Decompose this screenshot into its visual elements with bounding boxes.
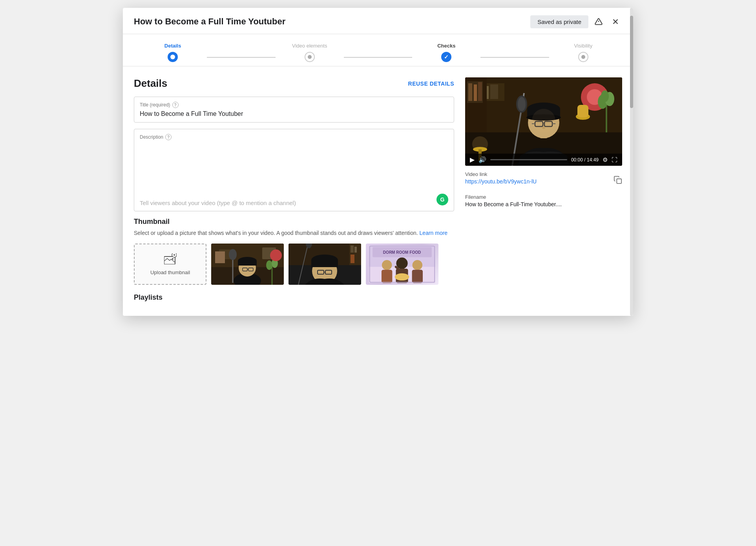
step-details[interactable]: Details — [139, 43, 207, 62]
svg-rect-32 — [311, 260, 338, 267]
connector-1 — [207, 57, 275, 58]
step-checks-circle: ✓ — [441, 52, 451, 62]
upload-thumbnail-icon — [164, 253, 177, 267]
upload-modal: How to Become a Full Time Youtuber Saved… — [123, 8, 633, 316]
title-field-label: Title (required) ? — [140, 102, 448, 108]
modal-title: How to Become a Full Time Youtuber — [134, 16, 285, 27]
filename-section: Filename How to Become a Full-Time Youtu… — [465, 194, 622, 207]
svg-rect-45 — [382, 270, 392, 283]
video-link[interactable]: https://youtu.be/bV9ywc1n-lU — [465, 178, 537, 185]
left-column: Details REUSE DETAILS Title (required) ?… — [134, 77, 454, 305]
description-help-icon[interactable]: ? — [165, 134, 172, 140]
svg-point-21 — [229, 249, 237, 260]
video-link-label: Video link — [465, 171, 537, 177]
video-preview: ▶ 🔊 00:00 / 14:49 ⚙ ⛶ — [465, 77, 622, 166]
upload-thumbnail-label: Upload thumbnail — [150, 269, 190, 275]
description-placeholder: Tell viewers about your video (type @ to… — [140, 200, 448, 206]
svg-rect-88 — [474, 84, 477, 101]
svg-point-51 — [395, 273, 409, 280]
svg-rect-41 — [351, 255, 354, 263]
title-help-icon[interactable]: ? — [172, 102, 179, 108]
time-display: 00:00 / 14:49 — [571, 157, 599, 163]
modal-body: Details REUSE DETAILS Title (required) ?… — [123, 66, 633, 316]
modal-header: How to Become a Full Time Youtuber Saved… — [123, 8, 633, 34]
svg-text:DORM ROOM FOOD: DORM ROOM FOOD — [383, 250, 421, 255]
step-video-elements-label: Video elements — [292, 43, 327, 49]
volume-button[interactable]: 🔊 — [478, 156, 486, 163]
thumbnail-grid: Upload thumbnail — [134, 244, 454, 285]
svg-rect-87 — [468, 83, 472, 101]
thumbnail-upload-button[interactable]: Upload thumbnail — [134, 244, 206, 285]
alert-button[interactable] — [592, 15, 605, 28]
title-field[interactable]: Title (required) ? How to Become a Full … — [134, 97, 454, 123]
fullscreen-button[interactable]: ⛶ — [612, 156, 617, 163]
svg-point-48 — [413, 260, 423, 270]
details-heading: Details — [134, 77, 167, 90]
step-visibility[interactable]: Visibility — [549, 43, 617, 62]
step-checks[interactable]: Checks ✓ — [412, 43, 480, 62]
svg-rect-26 — [215, 251, 225, 263]
thumbnail-option-2[interactable] — [289, 244, 361, 285]
title-field-value[interactable]: How to Become a Full Time Youtuber — [140, 110, 448, 117]
header-actions: Saved as private — [530, 15, 622, 28]
svg-rect-93 — [617, 179, 621, 183]
playlists-section: Playlists — [134, 293, 454, 302]
filename-label: Filename — [465, 194, 622, 200]
details-header: Details REUSE DETAILS — [134, 77, 454, 90]
play-button[interactable]: ▶ — [470, 156, 475, 163]
saved-private-badge: Saved as private — [530, 15, 588, 28]
progress-bar[interactable] — [490, 159, 567, 160]
thumbnail-learn-more-link[interactable]: Learn more — [420, 230, 448, 236]
svg-rect-39 — [351, 246, 354, 253]
thumbnail-option-1[interactable] — [211, 244, 284, 285]
svg-point-72 — [518, 97, 526, 111]
grammarly-icon: G — [436, 194, 448, 205]
svg-rect-16 — [238, 261, 257, 266]
svg-rect-49 — [412, 270, 423, 283]
step-checks-label: Checks — [437, 43, 455, 49]
svg-point-23 — [266, 260, 272, 270]
playlists-title: Playlists — [134, 293, 454, 302]
video-controls: ▶ 🔊 00:00 / 14:49 ⚙ ⛶ — [465, 154, 622, 166]
step-video-elements[interactable]: Video elements — [276, 43, 344, 62]
thumbnail-option-3[interactable]: DORM ROOM FOOD — [366, 244, 438, 285]
svg-point-44 — [382, 260, 392, 270]
step-visibility-label: Visibility — [574, 43, 592, 49]
svg-rect-68 — [577, 105, 588, 117]
svg-point-5 — [172, 258, 173, 260]
step-details-label: Details — [164, 43, 181, 49]
step-video-elements-circle — [305, 52, 315, 62]
filename-value: How to Become a Full-Time Youtuber.... — [465, 201, 622, 207]
svg-point-25 — [270, 249, 282, 261]
scrollbar[interactable] — [630, 8, 633, 316]
close-button[interactable] — [609, 15, 622, 28]
step-details-circle — [168, 52, 178, 62]
thumbnail-desc: Select or upload a picture that shows wh… — [134, 229, 454, 237]
svg-rect-89 — [478, 82, 482, 101]
video-scene — [465, 77, 622, 166]
video-link-section: Video link https://youtu.be/bV9ywc1n-lU — [465, 171, 537, 190]
copy-link-icon[interactable] — [614, 176, 622, 186]
thumbnail-title: Thumbnail — [134, 218, 454, 226]
svg-point-66 — [601, 90, 609, 102]
video-link-row: Video link https://youtu.be/bV9ywc1n-lU — [465, 171, 622, 190]
right-column: ▶ 🔊 00:00 / 14:49 ⚙ ⛶ Video link https:/ — [465, 77, 622, 305]
thumbnail-section: Thumbnail Select or upload a picture tha… — [134, 218, 454, 285]
svg-rect-40 — [354, 247, 357, 253]
connector-3 — [480, 57, 549, 58]
reuse-details-button[interactable]: REUSE DETAILS — [408, 81, 454, 87]
settings-button[interactable]: ⚙ — [603, 156, 608, 163]
description-field-label: Description ? — [140, 134, 448, 140]
step-visibility-circle — [578, 52, 588, 62]
description-field[interactable]: Description ? Tell viewers about your vi… — [134, 129, 454, 211]
stepper: Details Video elements Checks ✓ Visibili… — [123, 34, 633, 66]
scrollbar-thumb — [630, 16, 633, 108]
svg-point-84 — [532, 109, 555, 132]
svg-rect-60 — [490, 84, 498, 99]
connector-2 — [344, 57, 412, 58]
